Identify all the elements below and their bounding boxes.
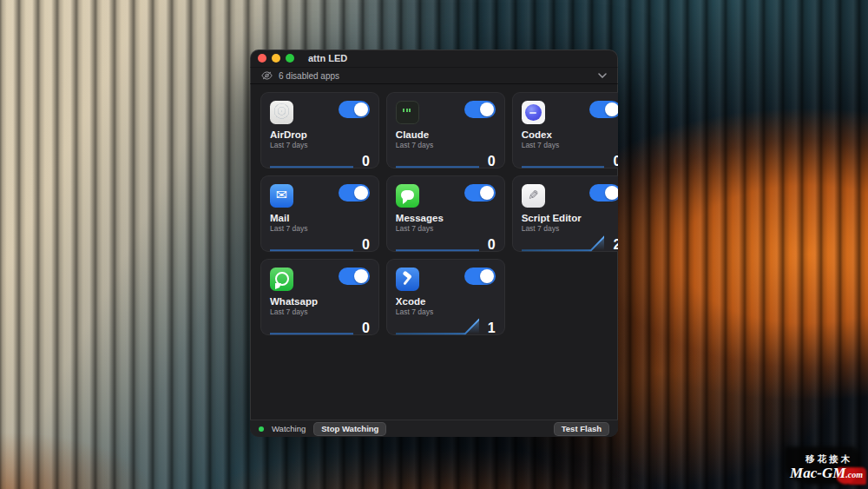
app-window: attn LED 6 disabled apps AirDrop Last 7 … (250, 50, 618, 437)
app-name: Mail (270, 213, 370, 223)
app-enabled-toggle[interactable] (339, 101, 370, 118)
codex-app-icon (522, 101, 545, 124)
watermark-site-suffix: .com (845, 470, 863, 479)
script-editor-app-icon (522, 184, 545, 208)
watching-status-dot (259, 426, 264, 432)
airdrop-app-icon (270, 101, 293, 124)
stop-watching-button[interactable]: Stop Watching (313, 422, 386, 436)
watermark: 移花接木 Mac-GM.com (790, 453, 863, 482)
toggle-knob (354, 102, 368, 116)
whatsapp-app-icon (270, 268, 293, 291)
activity-count: 1 (485, 321, 496, 336)
toggle-knob (605, 102, 618, 116)
app-name: Codex (522, 129, 618, 140)
app-name: Messages (396, 213, 496, 223)
app-name: AirDrop (270, 129, 370, 140)
app-name: Whatsapp (270, 296, 370, 307)
test-flash-button[interactable]: Test Flash (554, 422, 609, 436)
close-button[interactable] (258, 54, 266, 63)
app-card: AirDrop Last 7 days 0 (260, 92, 379, 169)
activity-sparkline (270, 149, 353, 169)
app-period-label: Last 7 days (396, 141, 496, 149)
activity-count: 0 (485, 238, 496, 253)
app-period-label: Last 7 days (270, 141, 370, 149)
mail-app-icon (270, 184, 293, 208)
watermark-site-text: Mac-GM.com (790, 466, 863, 482)
minimize-button[interactable] (272, 54, 280, 63)
app-enabled-toggle[interactable] (464, 268, 496, 285)
watching-status-label: Watching (272, 424, 306, 433)
app-period-label: Last 7 days (270, 224, 370, 233)
activity-count: 0 (359, 238, 370, 253)
activity-count: 0 (359, 155, 370, 169)
app-name: Claude (396, 129, 496, 140)
app-enabled-toggle[interactable] (589, 184, 618, 202)
status-bar: Watching Stop Watching Test Flash (250, 420, 618, 437)
activity-sparkline (270, 233, 353, 253)
activity-sparkline (396, 316, 479, 336)
watermark-site-name: Mac-GM (790, 465, 845, 481)
app-period-label: Last 7 days (396, 224, 496, 233)
activity-sparkline (396, 233, 479, 253)
app-enabled-toggle[interactable] (589, 101, 618, 118)
messages-app-icon (396, 184, 419, 208)
toggle-knob (354, 186, 368, 200)
app-period-label: Last 7 days (522, 224, 618, 233)
window-title: attn LED (308, 53, 347, 63)
app-card: Script Editor Last 7 days 2 (512, 175, 618, 252)
title-bar[interactable]: attn LED (250, 50, 618, 68)
app-enabled-toggle[interactable] (464, 101, 496, 118)
zoom-button[interactable] (286, 54, 294, 63)
xcode-app-icon (396, 268, 419, 291)
app-enabled-toggle[interactable] (464, 184, 496, 202)
chevron-down-icon (598, 73, 607, 78)
app-card: Xcode Last 7 days 1 (386, 259, 505, 335)
toggle-knob (354, 269, 368, 283)
app-card: Whatsapp Last 7 days 0 (260, 259, 379, 335)
app-enabled-toggle[interactable] (339, 268, 370, 285)
app-card: Codex Last 7 days 0 (512, 92, 618, 169)
activity-sparkline (270, 316, 353, 336)
toggle-knob (605, 186, 618, 200)
activity-count: 0 (610, 155, 618, 169)
toggle-knob (480, 102, 494, 116)
app-period-label: Last 7 days (522, 141, 618, 149)
app-card-grid: AirDrop Last 7 days 0 Claude Last 7 days… (260, 92, 608, 335)
activity-count: 0 (485, 155, 496, 169)
app-enabled-toggle[interactable] (339, 184, 370, 202)
app-period-label: Last 7 days (396, 307, 496, 316)
toggle-knob (480, 186, 494, 200)
activity-count: 2 (610, 238, 618, 253)
disabled-apps-label: 6 disabled apps (279, 71, 339, 81)
disabled-apps-disclosure[interactable]: 6 disabled apps (250, 68, 618, 84)
app-period-label: Last 7 days (270, 307, 370, 316)
toggle-knob (480, 269, 494, 283)
app-name: Script Editor (522, 213, 618, 223)
app-card: Mail Last 7 days 0 (260, 175, 379, 252)
app-card: Claude Last 7 days 0 (386, 92, 505, 169)
activity-count: 0 (359, 321, 370, 336)
claude-app-icon (396, 101, 419, 124)
activity-sparkline (522, 233, 605, 253)
app-card: Messages Last 7 days 0 (386, 175, 505, 252)
activity-sparkline (522, 149, 605, 169)
eye-off-icon (261, 71, 273, 80)
app-name: Xcode (396, 296, 496, 307)
activity-sparkline (396, 149, 479, 169)
